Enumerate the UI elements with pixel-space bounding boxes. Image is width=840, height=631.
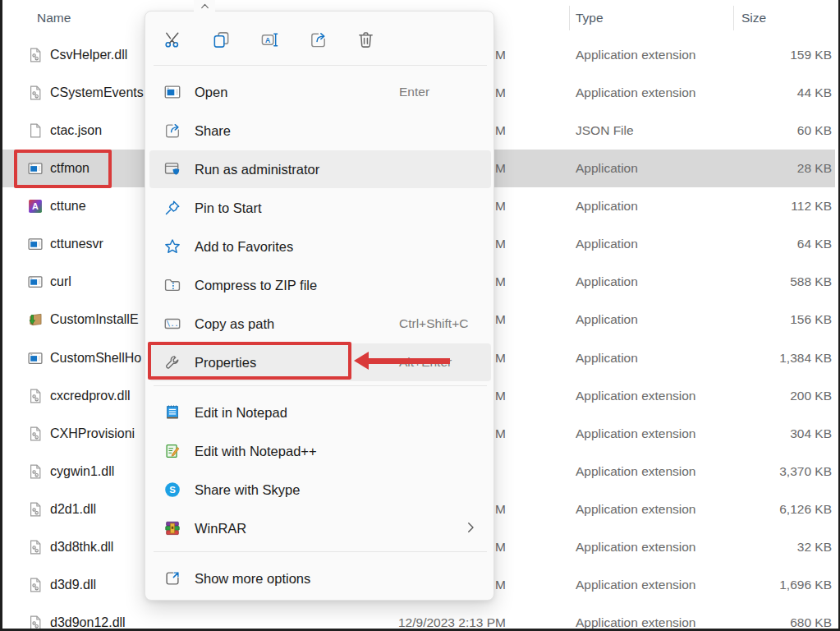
menu-item-winrar[interactable]: WinRAR [149,509,491,547]
column-divider[interactable] [733,6,734,30]
file-size: 680 KB [709,604,832,631]
dll-file-icon [27,501,44,518]
file-type: Application extension [576,453,696,491]
file-size: 3,370 KB [709,453,832,491]
menu-item-label: WinRAR [195,509,246,547]
cut-icon [156,30,189,49]
svg-text:A: A [264,35,269,44]
menu-item-label: Open [195,73,227,111]
copy-icon [204,30,237,49]
svg-text:A: A [32,201,39,211]
annotation-box-ctfmon [14,150,112,188]
file-type: Application [576,225,638,263]
file-row-d3d9on12-dll[interactable]: d3d9on12.dll 12/9/2023 2:13 PM Applicati… [2,604,835,631]
menu-item-label: Copy as path [195,305,274,343]
file-name: curl [50,263,71,301]
file-size: 159 KB [709,36,832,74]
file-name: ctac.json [50,112,102,150]
file-size: 6,126 KB [709,491,832,528]
app-window-icon [27,274,44,290]
file-size: 200 KB [709,377,832,415]
dll-file-icon [27,388,44,404]
file-name: cttunesvr [50,225,103,263]
file-name: d3d8thk.dll [50,528,113,566]
menu-item-edit-in-notepad[interactable]: Edit in Notepad [149,394,491,431]
menu-item-add-to-favorites[interactable]: Add to Favorites [149,228,491,265]
cttune-app-icon: A [27,198,44,214]
column-header-name[interactable]: Name [37,0,71,36]
menu-item-label: Compress to ZIP file [195,266,317,304]
column-divider[interactable] [569,6,570,30]
copy-button[interactable] [204,23,237,56]
file-type: Application [576,150,638,187]
file-type: Application [576,263,638,301]
app-window-icon [27,236,44,252]
file-name: CXHProvisioni [50,415,135,453]
file-type: Application extension [576,377,696,415]
copy-path-icon: \.. [163,315,181,333]
file-type: Application extension [576,491,696,528]
arrow-tail [367,358,450,364]
file-name: d3d9.dll [50,566,96,604]
file-name: cxcredprov.dll [50,377,131,415]
menu-item-share-with-skype[interactable]: S Share with Skype [149,471,491,509]
rename-icon: A [253,30,286,49]
file-type: Application [576,187,638,225]
zip-folder-icon [163,276,181,294]
file-name: CsvHelper.dll [50,36,127,74]
context-menu-toolbar: A [145,21,493,59]
column-header-type[interactable]: Type [576,0,604,36]
file-name: d2d1.dll [50,491,96,528]
menu-item-label: Share with Skype [195,471,300,509]
menu-item-pin-to-start[interactable]: Pin to Start [149,189,491,227]
menu-item-run-as-administrator[interactable]: Run as administrator [149,150,491,188]
file-type: JSON File [576,112,634,150]
menu-item-shortcut: Ctrl+Shift+C [399,305,468,343]
menu-item-edit-with-notepad-[interactable]: Edit with Notepad++ [149,432,491,470]
chevron-right-icon [463,520,480,537]
menu-item-show-more-options[interactable]: Show more options [149,560,491,597]
context-menu: A Open Enter Share Run as administrator … [145,11,494,601]
app-window-icon [163,83,181,101]
skype-icon: S [163,481,181,499]
dll-file-icon [27,577,44,593]
svg-text:\..: \.. [167,320,179,328]
dll-file-icon [27,463,44,480]
menu-item-label: Edit in Notepad [195,394,287,431]
file-name: CSystemEvents [50,74,144,112]
file-type: Application extension [576,36,696,74]
menu-item-label: Run as administrator [195,150,319,188]
menu-divider [154,65,487,66]
dll-file-icon [27,539,44,555]
cut-button[interactable] [156,23,189,56]
winrar-icon [163,519,181,537]
menu-item-label: Share [195,112,231,150]
menu-item-compress-to-zip-file[interactable]: Compress to ZIP file [149,266,491,304]
dll-file-icon [27,47,44,63]
menu-item-copy-as-path[interactable]: \.. Copy as path Ctrl+Shift+C [149,305,491,343]
menu-item-open[interactable]: Open Enter [149,73,491,111]
file-type: Application extension [576,566,696,604]
file-size: 32 KB [709,528,832,566]
menu-divider [154,551,487,552]
file-size: 304 KB [709,415,832,453]
file-size: 28 KB [709,150,832,187]
pin-icon [163,199,181,217]
file-size: 1,384 KB [709,339,832,377]
share-button[interactable] [301,23,334,56]
admin-shield-icon [163,160,181,178]
column-header-size[interactable]: Size [741,0,766,36]
file-name: CustomInstallE [50,301,139,339]
menu-item-shortcut: Enter [399,73,429,111]
delete-button[interactable] [349,23,382,56]
rename-button[interactable]: A [253,23,286,56]
file-type: Application extension [576,74,696,112]
generic-file-icon [27,122,44,139]
file-type: Application [576,339,638,377]
file-name: cygwin1.dll [50,453,114,491]
menu-item-share[interactable]: Share [149,112,491,150]
menu-scroll-up-caret[interactable] [194,0,215,12]
notepad-icon [163,403,181,421]
file-date-modified: 12/9/2023 2:13 PM [376,604,506,631]
dll-file-icon [27,85,44,101]
